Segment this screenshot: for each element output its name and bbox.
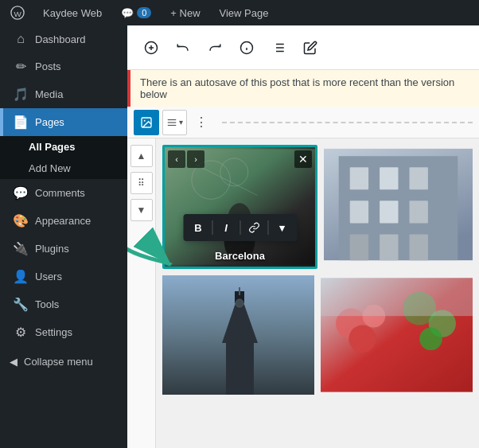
building-image-card[interactable]: [324, 145, 473, 269]
tools-icon: 🔧: [13, 297, 29, 312]
svg-rect-50: [321, 278, 473, 316]
sidebar-item-pages[interactable]: 📄 Pages: [0, 108, 127, 136]
media-icon: 🎵: [13, 87, 29, 102]
comments-link[interactable]: 💬 0: [116, 0, 156, 25]
toolbar-separator-3: [267, 220, 268, 235]
comments-sidebar-icon: 💬: [13, 185, 29, 201]
image-block-button[interactable]: [134, 110, 159, 135]
sidebar-item-comments[interactable]: 💬 Comments: [0, 179, 127, 207]
svg-point-41: [236, 299, 243, 307]
sidebar-item-media[interactable]: 🎵 Media: [0, 80, 127, 108]
sidebar-item-appearance[interactable]: 🎨 Appearance: [0, 207, 127, 235]
sidebar-item-posts[interactable]: ✏ Posts: [0, 53, 127, 80]
sidebar-item-add-new[interactable]: Add New: [0, 158, 127, 179]
svg-rect-28: [350, 167, 368, 189]
comments-icon: 💬: [121, 7, 134, 19]
inline-formatting-toolbar: B I: [183, 214, 297, 241]
sidebar-item-users[interactable]: 👤 Users: [0, 263, 127, 290]
svg-rect-31: [350, 201, 368, 223]
chevron-down-icon: ▾: [179, 118, 183, 127]
sidebar-item-dashboard[interactable]: ⌂ Dashboard: [0, 25, 127, 53]
insert-button[interactable]: [137, 33, 166, 62]
sidebar-item-plugins[interactable]: 🔌 Plugins: [0, 235, 127, 263]
pages-submenu: All Pages Add New: [0, 136, 127, 179]
editor-content: ▲ ⠿ ▼ ‹ ›: [127, 138, 479, 448]
content-area: There is an autosave of this post that i…: [127, 25, 479, 448]
toolbar-separator-2: [240, 220, 240, 235]
block-editor-toolbar: [127, 25, 479, 70]
left-sidebar-controls: ▲ ⠿ ▼: [127, 138, 156, 448]
edit-button[interactable]: [296, 33, 325, 62]
svg-point-46: [349, 325, 376, 353]
instructional-arrow: [127, 211, 181, 278]
view-page-link[interactable]: View Page: [215, 0, 274, 25]
toolbar-separator: [212, 220, 212, 235]
svg-rect-36: [410, 234, 428, 260]
selected-image-card[interactable]: ‹ › ✕: [162, 145, 317, 269]
market-image-card[interactable]: [321, 275, 473, 398]
image-row-2: [162, 275, 473, 398]
link-button[interactable]: [243, 217, 264, 238]
svg-rect-29: [380, 167, 398, 189]
appearance-icon: 🎨: [13, 213, 29, 228]
svg-point-49: [419, 327, 442, 350]
svg-rect-30: [410, 167, 428, 189]
svg-rect-38: [226, 339, 254, 395]
prev-image-button[interactable]: ‹: [168, 150, 185, 168]
dashed-separator: [222, 122, 473, 123]
svg-rect-34: [350, 234, 368, 260]
italic-button[interactable]: I: [216, 217, 236, 238]
collapse-icon: ◀: [10, 356, 18, 368]
admin-bar: W Kaydee Web 💬 0 + New View Page: [0, 0, 479, 25]
settings-icon: ⚙: [13, 325, 29, 340]
dashboard-icon: ⌂: [13, 32, 29, 46]
image-caption: Barcelona: [165, 248, 315, 263]
image-row-1: ‹ › ✕: [162, 145, 473, 269]
sidebar-item-settings[interactable]: ⚙ Settings: [0, 318, 127, 346]
users-icon: 👤: [13, 269, 29, 284]
wp-logo[interactable]: W: [6, 0, 29, 25]
collapse-menu[interactable]: ◀ Collapse menu: [0, 346, 127, 377]
info-button[interactable]: [232, 33, 261, 62]
plugins-icon: 🔌: [13, 241, 29, 256]
bold-button[interactable]: B: [188, 217, 208, 238]
svg-rect-32: [380, 201, 398, 223]
comments-count: 0: [137, 7, 151, 18]
sidebar: ⌂ Dashboard ✏ Posts 🎵 Media 📄 Pages All …: [0, 25, 127, 448]
undo-button[interactable]: [169, 33, 197, 62]
tower-image-card[interactable]: [162, 275, 314, 398]
image-grid-area: ‹ › ✕: [156, 138, 479, 448]
move-up-button[interactable]: ▲: [130, 145, 153, 167]
align-dropdown[interactable]: ▾: [162, 110, 187, 135]
drag-handle[interactable]: ⠿: [130, 172, 153, 194]
more-inline-button[interactable]: ▾: [271, 217, 292, 238]
svg-rect-35: [380, 234, 398, 260]
posts-icon: ✏: [13, 59, 29, 74]
next-image-button[interactable]: ›: [187, 150, 204, 168]
block-controls-bar: ▾ ⋮: [127, 107, 479, 138]
svg-text:W: W: [14, 10, 22, 18]
pages-icon: 📄: [13, 115, 29, 130]
svg-rect-33: [410, 201, 428, 223]
main-layout: ⌂ Dashboard ✏ Posts 🎵 Media 📄 Pages All …: [0, 25, 479, 448]
more-options-button[interactable]: ⋮: [190, 111, 212, 134]
new-button[interactable]: + New: [166, 0, 204, 25]
list-view-button[interactable]: [264, 33, 293, 62]
sidebar-item-tools[interactable]: 🔧 Tools: [0, 290, 127, 318]
autosave-notice: There is an autosave of this post that i…: [127, 70, 479, 107]
sidebar-item-all-pages[interactable]: All Pages: [0, 136, 127, 158]
site-name[interactable]: Kaydee Web: [38, 0, 107, 25]
close-image-button[interactable]: ✕: [294, 150, 312, 168]
image-navigation: ‹ ›: [168, 150, 204, 168]
redo-button[interactable]: [201, 33, 229, 62]
svg-point-15: [144, 119, 146, 121]
